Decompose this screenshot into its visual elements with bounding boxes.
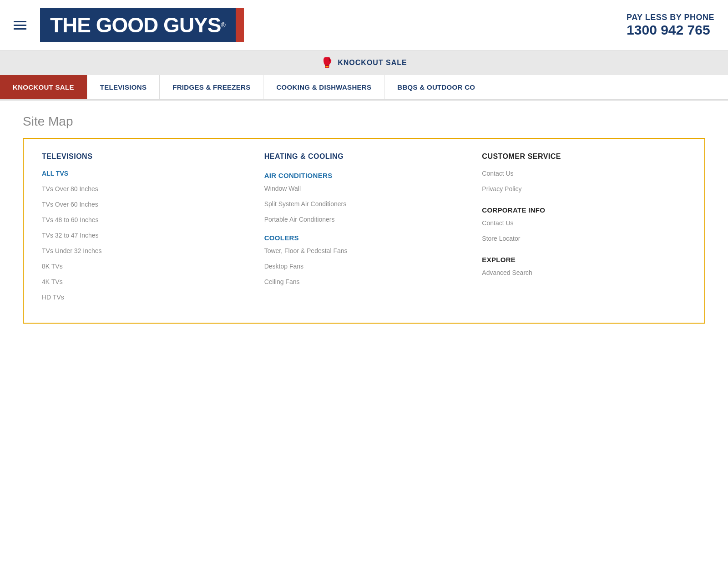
corporate-info-header: CORPORATE INFO — [482, 206, 682, 214]
link-portable-ac[interactable]: Portable Air Conditioners — [264, 216, 464, 223]
nav-item-cooking[interactable]: COOKING & DISHWASHERS — [263, 75, 384, 99]
main-content: Site Map TELEVISIONS ALL TVS TVs Over 80… — [0, 101, 728, 337]
link-tvs-32-47[interactable]: TVs 32 to 47 Inches — [42, 232, 246, 239]
nav-bar: KNOCKOUT SALE TELEVISIONS FRIDGES & FREE… — [0, 75, 728, 101]
knockout-icon: 🥊 — [321, 57, 333, 69]
link-tvs-48-60[interactable]: TVs 48 to 60 Inches — [42, 216, 246, 223]
link-advanced-search[interactable]: Advanced Search — [482, 269, 682, 276]
link-tvs-80[interactable]: TVs Over 80 Inches — [42, 185, 246, 193]
coolers-header: COOLERS — [264, 234, 464, 242]
nav-item-televisions[interactable]: TELEVISIONS — [87, 75, 160, 99]
link-customer-contact[interactable]: Contact Us — [482, 170, 682, 177]
logo-red-bar — [236, 8, 244, 42]
logo-registered: ® — [221, 21, 225, 29]
nav-item-knockout[interactable]: KNOCKOUT SALE — [0, 75, 87, 99]
link-corporate-contact[interactable]: Contact Us — [482, 219, 682, 227]
sitemap-grid: TELEVISIONS ALL TVS TVs Over 80 Inches T… — [37, 152, 691, 309]
air-conditioners-header: AIR CONDITIONERS — [264, 172, 464, 179]
link-4k-tvs[interactable]: 4K TVs — [42, 278, 246, 285]
header: THE GOOD GUYS® PAY LESS BY PHONE 1300 94… — [0, 0, 728, 51]
sitemap-column-heating: HEATING & COOLING AIR CONDITIONERS Windo… — [255, 152, 473, 309]
link-window-wall[interactable]: Window Wall — [264, 185, 464, 192]
link-split-system[interactable]: Split System Air Conditioners — [264, 200, 464, 208]
phone-number[interactable]: 1300 942 765 — [627, 22, 714, 38]
link-privacy-policy[interactable]: Privacy Policy — [482, 185, 682, 193]
nav-item-bbqs[interactable]: BBQS & OUTDOOR CO — [384, 75, 488, 99]
link-tvs-60[interactable]: TVs Over 60 Inches — [42, 201, 246, 208]
link-tvs-under-32[interactable]: TVs Under 32 Inches — [42, 247, 246, 254]
sitemap-column-customer: CUSTOMER SERVICE Contact Us Privacy Poli… — [473, 152, 691, 309]
explore-header: EXPLORE — [482, 256, 682, 264]
promo-bar[interactable]: 🥊 KNOCKOUT SALE — [0, 51, 728, 75]
promo-text: KNOCKOUT SALE — [338, 59, 407, 67]
link-ceiling-fans[interactable]: Ceiling Fans — [264, 278, 464, 285]
nav-item-fridges[interactable]: FRIDGES & FREEZERS — [160, 75, 263, 99]
sitemap-column-tv: TELEVISIONS ALL TVS TVs Over 80 Inches T… — [37, 152, 255, 309]
link-8k-tvs[interactable]: 8K TVs — [42, 263, 246, 270]
hamburger-menu[interactable] — [14, 21, 26, 30]
heating-section-header: HEATING & COOLING — [264, 152, 464, 161]
link-desktop-fans[interactable]: Desktop Fans — [264, 263, 464, 270]
logo-box[interactable]: THE GOOD GUYS® — [40, 8, 236, 42]
link-all-tvs[interactable]: ALL TVS — [42, 170, 246, 177]
logo-container: THE GOOD GUYS® — [40, 8, 244, 42]
phone-section: PAY LESS BY PHONE 1300 942 765 — [627, 13, 714, 38]
logo-text: THE GOOD GUYS — [50, 15, 221, 35]
tv-section-header: TELEVISIONS — [42, 152, 246, 161]
link-tower-fans[interactable]: Tower, Floor & Pedestal Fans — [264, 247, 464, 254]
sitemap-container: TELEVISIONS ALL TVS TVs Over 80 Inches T… — [23, 138, 705, 324]
pay-less-label: PAY LESS BY PHONE — [627, 13, 714, 22]
page-title: Site Map — [23, 114, 705, 129]
link-store-locator[interactable]: Store Locator — [482, 235, 682, 242]
link-hd-tvs[interactable]: HD TVs — [42, 294, 246, 301]
customer-service-header: CUSTOMER SERVICE — [482, 152, 682, 161]
